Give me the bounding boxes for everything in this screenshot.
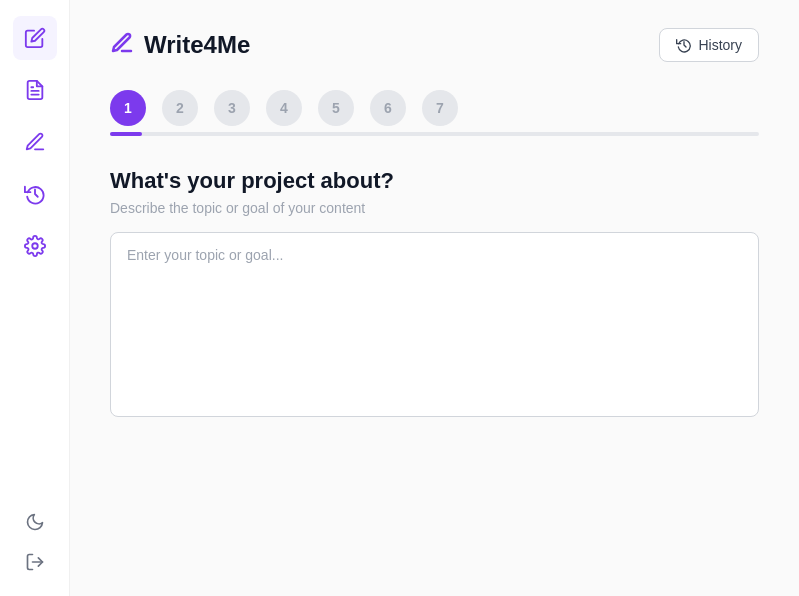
sidebar-item-history[interactable] bbox=[13, 172, 57, 216]
form-subtitle: Describe the topic or goal of your conte… bbox=[110, 200, 759, 216]
history-button[interactable]: History bbox=[659, 28, 759, 62]
step-7[interactable]: 7 bbox=[422, 90, 458, 126]
header: Write4Me History bbox=[110, 28, 759, 62]
sidebar-item-document[interactable] bbox=[13, 68, 57, 112]
form-section: What's your project about? Describe the … bbox=[110, 168, 759, 421]
step-4[interactable]: 4 bbox=[266, 90, 302, 126]
form-title: What's your project about? bbox=[110, 168, 759, 194]
sidebar-bottom bbox=[17, 504, 53, 596]
theme-toggle-button[interactable] bbox=[17, 504, 53, 540]
history-button-label: History bbox=[698, 37, 742, 53]
sidebar-item-settings[interactable] bbox=[13, 224, 57, 268]
step-3[interactable]: 3 bbox=[214, 90, 250, 126]
step-6[interactable]: 6 bbox=[370, 90, 406, 126]
step-1[interactable]: 1 bbox=[110, 90, 146, 126]
sidebar bbox=[0, 0, 70, 596]
header-title-group: Write4Me bbox=[110, 31, 250, 59]
sidebar-item-edit[interactable] bbox=[13, 16, 57, 60]
topic-textarea[interactable] bbox=[110, 232, 759, 417]
steps-container: 1 2 3 4 5 6 7 bbox=[110, 90, 759, 136]
app-title: Write4Me bbox=[144, 31, 250, 59]
svg-point-2 bbox=[32, 243, 38, 249]
main-content: Write4Me History 1 2 3 4 5 6 7 What's yo… bbox=[70, 0, 799, 596]
sidebar-item-pen[interactable] bbox=[13, 120, 57, 164]
app-logo-icon bbox=[110, 31, 134, 59]
steps-progress-track bbox=[110, 132, 759, 136]
logout-button[interactable] bbox=[17, 544, 53, 580]
steps-progress-bar bbox=[110, 132, 142, 136]
steps-row: 1 2 3 4 5 6 7 bbox=[110, 90, 759, 126]
history-btn-icon bbox=[676, 37, 692, 53]
sidebar-top bbox=[13, 16, 57, 268]
step-2[interactable]: 2 bbox=[162, 90, 198, 126]
step-5[interactable]: 5 bbox=[318, 90, 354, 126]
